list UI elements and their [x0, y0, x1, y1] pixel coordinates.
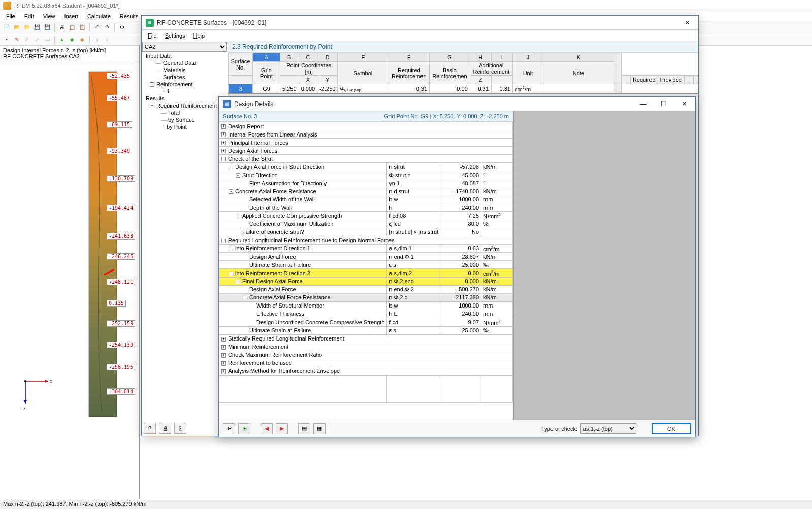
- dd-row[interactable]: Effective Thicknessh E240.00mm: [219, 310, 513, 318]
- tb-line-icon[interactable]: ✎: [12, 35, 21, 44]
- tree-reinf[interactable]: −Reinforcement: [142, 81, 228, 88]
- tb-node-icon[interactable]: •: [2, 35, 11, 44]
- dd-row[interactable]: Coefficient of Maximum Utilizationζ fcd8…: [219, 220, 513, 228]
- tree-materials[interactable]: —Materials: [142, 66, 228, 74]
- dd-row[interactable]: Failure of concrete strut?|n strut,d| < …: [219, 228, 513, 236]
- tb-sup-icon[interactable]: ▲: [57, 35, 67, 44]
- dd-row[interactable]: Design Unconfined Concrete Compressive S…: [219, 318, 513, 326]
- case-select[interactable]: CA2: [142, 42, 227, 52]
- dd-excel-icon[interactable]: ⊞: [238, 423, 250, 434]
- rfconcrete-menubar[interactable]: File Settings Help: [142, 30, 698, 41]
- maximize-icon[interactable]: ☐: [657, 99, 671, 109]
- close-icon[interactable]: ✕: [680, 18, 694, 28]
- minimize-icon[interactable]: —: [636, 99, 651, 109]
- dd-row[interactable]: -Final Design Axial Forcen Φ,2,end0.000k…: [219, 277, 513, 285]
- dd-titlebar[interactable]: ▦ Design Details — ☐ ✕: [219, 97, 695, 111]
- close-icon[interactable]: ✕: [677, 99, 691, 109]
- dd-row[interactable]: +Design Report: [219, 122, 513, 130]
- app-title: RFEM 5.22.03 x64 Student - [004692_01*]: [14, 3, 120, 9]
- dd-row[interactable]: +Principal Internal Forces: [219, 139, 513, 147]
- tb-paste-icon[interactable]: 📋: [78, 23, 87, 32]
- tree-surfaces[interactable]: —Surfaces: [142, 74, 228, 81]
- dd-row[interactable]: -Check of the Strut: [219, 155, 513, 163]
- dd-row[interactable]: +Check Maximum Reinforcement Ratio: [219, 351, 513, 359]
- menu-results[interactable]: Results: [116, 12, 143, 20]
- ok-button[interactable]: OK: [652, 423, 691, 434]
- contour-plot[interactable]: -52.435-55.487-69.115-93.349-130.709-194…: [0, 61, 139, 499]
- type-of-check-select[interactable]: as,1,-z (top): [580, 423, 636, 434]
- tb-sup2-icon[interactable]: ◆: [68, 35, 77, 44]
- sw-menu-file[interactable]: File: [144, 31, 161, 40]
- nav-print-icon[interactable]: 🖨: [159, 423, 171, 434]
- dd-row[interactable]: First Assumption for Direction γγn,148.0…: [219, 179, 513, 187]
- dd-row[interactable]: Width of Structural Memberb w1000.00mm: [219, 301, 513, 310]
- dd-row[interactable]: +Reinforcement to be used: [219, 359, 513, 367]
- tree-general[interactable]: —General Data: [142, 59, 228, 66]
- menu-edit[interactable]: Edit: [20, 12, 38, 20]
- dd-row[interactable]: +Minimum Reinforcement: [219, 343, 513, 351]
- dd-row[interactable]: -Applied Concrete Compressive Strengthf …: [219, 212, 513, 220]
- tb-d2-icon[interactable]: ⟋: [33, 35, 42, 44]
- dd-back-icon[interactable]: ↩: [223, 423, 235, 434]
- sw-menu-help[interactable]: Help: [189, 31, 209, 40]
- tree-reqreinf[interactable]: −Required Reinforcement: [142, 102, 228, 109]
- dd-row[interactable]: +Internal Forces from Linear Analysis: [219, 130, 513, 139]
- dd-row[interactable]: Depth of the Wallh240.00mm: [219, 203, 513, 212]
- dd-row[interactable]: -Concrete Axial Force Resistancen d,stru…: [219, 187, 513, 195]
- results-grid[interactable]: Surface No. A B C D E F G H I J K: [228, 53, 698, 94]
- dd-row[interactable]: +Analysis Method for Reinforcement Envel…: [219, 367, 513, 375]
- dd-row[interactable]: -Strut DirectionΦ strut,n45.000°: [219, 171, 513, 179]
- dd-row[interactable]: -Required Longitudinal Reinforcement due…: [219, 236, 513, 244]
- dd-row[interactable]: -Design Axial Force in Strut Directionn …: [219, 163, 513, 171]
- tb-redo-icon[interactable]: ↷: [103, 23, 112, 32]
- tb-saveall-icon[interactable]: 💾: [43, 23, 52, 32]
- menu-calculate[interactable]: Calculate: [83, 12, 115, 20]
- tree-bysurf[interactable]: —by Surface: [142, 116, 228, 123]
- nav-help-icon[interactable]: ?: [144, 423, 156, 434]
- sw-menu-settings[interactable]: Settings: [161, 31, 189, 40]
- tb-misc-icon[interactable]: ⚙: [117, 23, 126, 32]
- rfconcrete-titlebar[interactable]: ▦ RF-CONCRETE Surfaces - [004692_01] ✕: [142, 16, 698, 30]
- nav-export-icon[interactable]: ⎘: [174, 423, 186, 434]
- tree-results[interactable]: Results: [142, 95, 228, 102]
- dd-row[interactable]: +Statically Required Longitudinal Reinfo…: [219, 334, 513, 343]
- dd-prev-icon[interactable]: ◀: [261, 423, 273, 434]
- table-row[interactable]: 3 G9 5.250 0.000 -2.250 as,1,-z (top) 0.…: [229, 84, 698, 93]
- tree-reinf-1[interactable]: └1: [142, 88, 228, 95]
- menu-insert[interactable]: Insert: [60, 12, 82, 20]
- tb-load-icon[interactable]: ↓: [92, 35, 102, 44]
- dd-sort-icon[interactable]: ▦: [313, 423, 326, 434]
- tb-d3-icon[interactable]: ▭: [43, 35, 52, 44]
- dd-row[interactable]: +Design Axial Forces: [219, 147, 513, 155]
- dd-filter-icon[interactable]: ▤: [298, 423, 310, 434]
- dd-next-icon[interactable]: ▶: [276, 423, 288, 434]
- tb-load2-icon[interactable]: ↓: [103, 35, 112, 44]
- dd-row[interactable]: Ultimate Strain at Failureε s25.000‰: [219, 261, 513, 269]
- menu-view[interactable]: View: [39, 12, 59, 20]
- tb-open2-icon[interactable]: 📁: [22, 23, 31, 32]
- menu-file[interactable]: File: [2, 12, 19, 20]
- value-tag: -69.115: [107, 121, 132, 128]
- tb-d1-icon[interactable]: ⟋: [22, 35, 31, 44]
- tb-new-icon[interactable]: 📄: [2, 23, 11, 32]
- tb-save-icon[interactable]: 💾: [33, 23, 42, 32]
- dd-row[interactable]: -Concrete Axial Force Resistancen Φ,2,c-…: [219, 293, 513, 301]
- dd-row[interactable]: -into Reinforcement Direction 1a s,dim,1…: [219, 244, 513, 253]
- dd-row[interactable]: -into Reinforcement Direction 2a s,dim,2…: [219, 269, 513, 278]
- value-tag: 0.135: [107, 300, 126, 307]
- dd-row[interactable]: Design Axial Forcen end,Φ 128.607kN/m: [219, 253, 513, 261]
- dd-row[interactable]: Selected Width of the Wallb w1000.00mm: [219, 195, 513, 203]
- design-details-dialog[interactable]: ▦ Design Details — ☐ ✕ Surface No. 3 Gri…: [218, 96, 696, 437]
- tb-print-icon[interactable]: 🖨: [57, 23, 67, 32]
- dd-row[interactable]: Design Axial Forcen end,Φ 2-500.270kN/m: [219, 285, 513, 293]
- tree-bypoint[interactable]: └by Point: [142, 123, 228, 130]
- dd-tree[interactable]: +Design Report+Internal Forces from Line…: [219, 122, 513, 420]
- tb-copy-icon[interactable]: 📋: [68, 23, 77, 32]
- tb-open-icon[interactable]: 📂: [12, 23, 21, 32]
- tree-input-data[interactable]: Input Data: [142, 52, 228, 59]
- tb-undo-icon[interactable]: ↶: [92, 23, 102, 32]
- tb-sup3-icon[interactable]: ◆: [78, 35, 87, 44]
- dd-row[interactable]: Ultimate Strain at Failureε s25.000‰: [219, 326, 513, 334]
- tree-total[interactable]: —Total: [142, 109, 228, 116]
- nav-tree[interactable]: CA2 Input Data —General Data —Materials …: [142, 41, 228, 436]
